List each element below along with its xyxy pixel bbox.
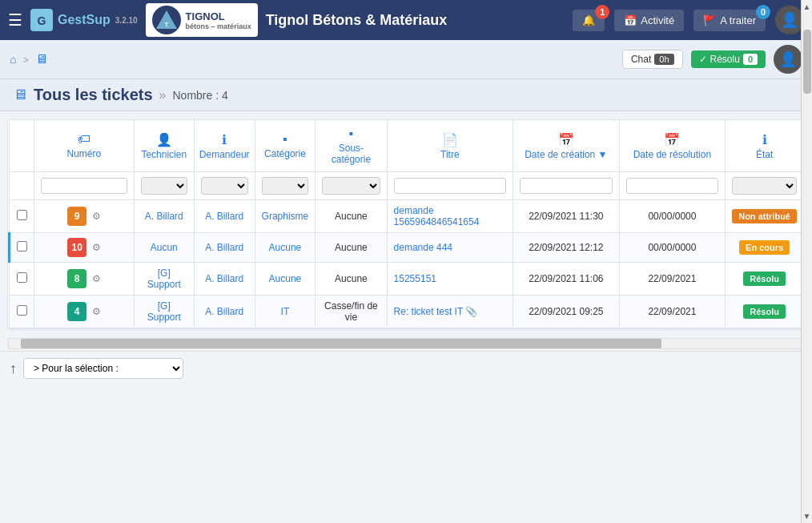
row-checkbox[interactable] (17, 272, 27, 283)
filter-titre-input[interactable] (394, 178, 506, 194)
table-row[interactable]: 9 ⚙ A. Billard A. Billard Graphisme Aucu… (10, 200, 804, 233)
row-checkbox[interactable] (17, 241, 27, 251)
calendar-resolution-icon: 📅 (625, 132, 721, 147)
company-sub: bétons – matériaux (186, 22, 251, 30)
filter-demandeur-select[interactable] (201, 177, 248, 195)
company-logo-img: T (152, 6, 181, 34)
gear-icon: ⚙ (92, 242, 101, 253)
filter-categorie-cell (255, 172, 316, 200)
table-row[interactable]: 4 ⚙ [G] Support A. Billard IT Casse/fin … (10, 296, 804, 328)
row-titre-cell[interactable]: Re: ticket test IT 📎 (387, 296, 513, 328)
status-badge: Non attribué (732, 209, 797, 223)
row-checkbox-cell (10, 263, 34, 296)
th-date-creation[interactable]: 📅 Date de création ▼ (513, 120, 620, 172)
notifications-button[interactable]: 🔔 1 (573, 10, 605, 31)
table-body: 9 ⚙ A. Billard A. Billard Graphisme Aucu… (10, 200, 804, 328)
row-demandeur-cell[interactable]: A. Billard (194, 263, 255, 296)
th-numero-label: Numéro (67, 148, 102, 159)
filter-checkbox-cell (10, 172, 34, 200)
row-technicien-cell[interactable]: [G] Support (134, 296, 194, 328)
tignol-logo-icon: T (153, 6, 180, 34)
th-demandeur[interactable]: ℹ Demandeur (194, 120, 255, 172)
activite-button[interactable]: 📅 Activité (614, 10, 684, 31)
user-avatar-subheader[interactable]: 👤 (774, 45, 802, 74)
row-etat-cell: Résolu (726, 263, 804, 296)
row-titre-cell[interactable]: demande 1565964846541654 (387, 200, 513, 233)
filter-technicien-cell (134, 172, 194, 200)
row-titre-cell[interactable]: demande 444 (387, 233, 513, 263)
horizontal-scrollbar[interactable] (8, 338, 804, 349)
filter-technicien-select[interactable] (141, 177, 187, 195)
th-technicien[interactable]: 👤 Technicien (134, 120, 194, 172)
ticket-number-badge: 9 (67, 207, 86, 226)
row-checkbox-cell (10, 200, 34, 233)
row-checkbox[interactable] (17, 210, 27, 220)
table-header-row: 🏷 Numéro 👤 Technicien ℹ Demandeur ▪ Caté… (10, 120, 804, 172)
time-value: 0h (654, 54, 673, 65)
row-date-creation-cell: 22/09/2021 11:06 (513, 263, 620, 296)
th-numero[interactable]: 🏷 Numéro (34, 120, 135, 172)
scroll-up-icon[interactable]: ↑ (10, 360, 17, 377)
filter-date-creation-input[interactable] (520, 178, 613, 194)
filter-categorie-select[interactable] (262, 177, 309, 195)
a-traiter-button[interactable]: 🚩 A traiter 0 (693, 10, 766, 31)
row-categorie-cell[interactable]: Aucune (255, 263, 316, 296)
row-date-resolution-cell: 22/09/2021 (619, 296, 726, 328)
filter-date-resolution-input[interactable] (626, 178, 719, 194)
row-titre-cell[interactable]: 15255151 (387, 263, 513, 296)
calendar-creation-icon: 📅 (518, 132, 614, 147)
filter-demandeur-cell (194, 172, 255, 200)
th-categorie[interactable]: ▪ Catégorie (255, 120, 316, 172)
table-row[interactable]: 8 ⚙ [G] Support A. Billard Aucune Aucune… (10, 263, 804, 296)
selection-action-select[interactable]: > Pour la sélection : (23, 358, 183, 379)
table-row[interactable]: 10 ⚙ Aucun A. Billard Aucune Aucune dema… (10, 233, 804, 263)
row-checkbox[interactable] (17, 305, 27, 316)
row-demandeur-cell[interactable]: A. Billard (194, 296, 255, 328)
check-icon: ✓ (699, 54, 707, 65)
th-demandeur-label: Demandeur (199, 149, 250, 160)
th-titre[interactable]: 📄 Titre (387, 120, 513, 172)
info-icon: ℹ (199, 132, 250, 147)
th-sous-categorie[interactable]: ▪ Sous-catégorie (316, 120, 387, 172)
filter-sous-categorie-select[interactable] (322, 177, 380, 195)
scrollbar-thumb[interactable] (803, 30, 811, 94)
ticket-number-badge: 10 (67, 238, 86, 257)
resolved-label: Résolu (710, 54, 740, 65)
row-technicien-cell[interactable]: A. Billard (134, 200, 194, 233)
filter-numero-input[interactable] (41, 178, 127, 194)
tag-icon: 🏷 (39, 132, 129, 147)
bell-icon: 🔔 (582, 14, 595, 26)
row-sous-categorie-cell: Casse/fin de vie (316, 296, 387, 328)
company-brand: TIGNOL (186, 10, 251, 22)
th-categorie-label: Catégorie (264, 148, 306, 159)
vertical-scrollbar[interactable]: ▲ ▼ (801, 0, 812, 385)
row-date-creation-cell: 22/09/2021 09:25 (513, 296, 620, 328)
row-demandeur-cell[interactable]: A. Billard (194, 233, 255, 263)
company-info: TIGNOL bétons – matériaux (186, 10, 251, 30)
ticket-count: Nombre : 4 (172, 89, 227, 102)
filter-titre-cell (387, 172, 513, 200)
filter-row (10, 172, 804, 200)
a-traiter-badge: 0 (756, 5, 770, 19)
row-numero-cell: 4 ⚙ (34, 296, 135, 328)
filter-etat-select[interactable] (732, 177, 797, 195)
status-badge: Résolu (743, 304, 786, 319)
th-etat[interactable]: ℹ État (726, 120, 804, 172)
resolved-count: 0 (743, 54, 758, 65)
th-date-resolution[interactable]: 📅 Date de résolution (619, 120, 726, 172)
row-demandeur-cell[interactable]: A. Billard (194, 200, 255, 233)
row-numero-cell: 8 ⚙ (34, 263, 135, 296)
th-date-creation-label: Date de création ▼ (525, 149, 607, 160)
ticket-list-icon[interactable]: 🖥 (35, 52, 48, 66)
notification-badge: 1 (595, 5, 609, 19)
row-categorie-cell[interactable]: Graphisme (255, 200, 316, 233)
row-technicien-cell[interactable]: [G] Support (134, 263, 194, 296)
a-traiter-label: A traiter (720, 14, 756, 26)
hamburger-menu[interactable]: ☰ (8, 10, 22, 30)
home-icon[interactable]: ⌂ (10, 53, 16, 66)
scroll-up-arrow[interactable]: ▲ (801, 0, 812, 14)
gestsup-logo-icon: G (30, 9, 53, 31)
row-technicien-cell[interactable]: Aucun (134, 233, 194, 263)
row-categorie-cell[interactable]: Aucune (255, 233, 316, 263)
row-categorie-cell[interactable]: IT (255, 296, 316, 328)
